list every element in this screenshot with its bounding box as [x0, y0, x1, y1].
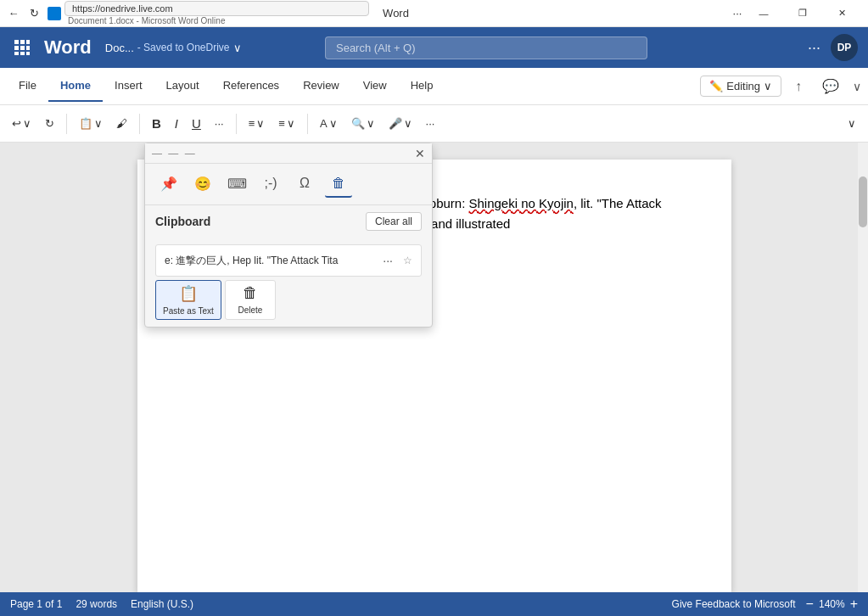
ribbon-tabs: File Home Insert Layout References Revie… [0, 68, 868, 105]
font-color-button[interactable]: A∨ [315, 114, 343, 133]
tab-references[interactable]: References [211, 70, 291, 102]
clipboard-item-star-button[interactable]: ☆ [403, 255, 412, 266]
editing-button[interactable]: ✏️ Editing ∨ [700, 76, 781, 97]
comments-icon: 💬 [822, 79, 839, 93]
share-icon: ↑ [795, 79, 802, 93]
undo-chevron-icon: ∨ [23, 117, 31, 130]
expand-ribbon-button[interactable]: ∨ [853, 80, 861, 93]
clipboard-button[interactable]: 📋∨ [74, 114, 108, 133]
svg-rect-1 [20, 40, 25, 44]
find-icon: 🔍 [351, 117, 365, 130]
zoom-out-button[interactable]: − [806, 596, 814, 612]
app-header: Word Doc... - Saved to OneDrive ∨ ··· DP [0, 27, 868, 68]
titlebar-more-button[interactable]: ··· [731, 7, 744, 20]
restore-button[interactable]: ❐ [783, 0, 822, 27]
pencil-icon: ✏️ [709, 80, 723, 92]
tab-review[interactable]: Review [291, 70, 351, 102]
dictate-button[interactable]: 🎤∨ [384, 114, 417, 133]
delete-label: Delete [238, 305, 262, 315]
tab-home[interactable]: Home [48, 70, 103, 102]
delete-button[interactable]: 🗑 Delete [225, 280, 276, 320]
panel-keyboard-button[interactable]: ⌨ [223, 171, 250, 198]
format-more-button[interactable]: ··· [210, 114, 229, 133]
expand-icon: ∨ [853, 80, 861, 93]
document-area: Attack on Titan (Japanese: 進撃の巨人, Hepbur… [0, 143, 868, 592]
tab-insert[interactable]: Insert [103, 70, 154, 102]
align-icon: ≡ [278, 117, 285, 130]
panel-close-button[interactable]: ✕ [415, 147, 425, 160]
url-area: https://onedrive.live.com Document 1.doc… [48, 1, 369, 25]
zoom-in-button[interactable]: + [850, 596, 858, 612]
transliteration-text: Shingeki no Kyojin [469, 196, 574, 210]
panel-content: e: 進撃の巨人, Hep lit. "The Attack Tita ··· … [145, 238, 432, 327]
feedback-label[interactable]: Give Feedback to Microsoft [672, 598, 796, 610]
italic-button[interactable]: I [170, 113, 183, 134]
toolbar-expand-button[interactable]: ∨ [843, 114, 861, 133]
panel-emoticon-button[interactable]: ;-) [257, 171, 284, 198]
dictate-chevron-icon: ∨ [404, 117, 412, 130]
doc-title-area: Doc... - Saved to OneDrive ∨ [105, 42, 242, 54]
page-label: Page 1 of 1 [10, 598, 62, 610]
svg-rect-5 [26, 46, 30, 50]
language-label: English (U.S.) [131, 598, 193, 610]
scrollbar[interactable] [858, 143, 868, 592]
clipboard-item-more-button[interactable]: ··· [379, 252, 396, 269]
panel-symbols-button[interactable]: Ω [291, 171, 318, 198]
ribbon-right-actions: ✏️ Editing ∨ ↑ 💬 ∨ [700, 75, 861, 98]
header-actions: ··· DP [804, 34, 858, 61]
waffle-icon[interactable] [10, 36, 34, 59]
panel-trash-button[interactable]: 🗑 [325, 171, 352, 198]
minimize-button[interactable]: — [744, 0, 783, 27]
comments-button[interactable]: 💬 [815, 75, 846, 98]
saved-label: - Saved to OneDrive [137, 42, 230, 53]
format-painter-button[interactable]: 🖌 [111, 114, 132, 133]
redo-button[interactable]: ↻ [40, 114, 59, 133]
panel-drag-handle[interactable]: — — — ✕ [145, 143, 432, 164]
svg-rect-4 [20, 46, 25, 50]
svg-rect-3 [14, 46, 19, 50]
words-label: 29 words [76, 598, 117, 610]
font-color-icon: A [320, 117, 328, 130]
underline-button[interactable]: U [187, 113, 206, 134]
toolbar-more-button[interactable]: ··· [421, 114, 440, 133]
toolbar-separator-1 [66, 114, 67, 134]
clipboard-panel: — — — ✕ 📌 😊 ⌨ ;-) Ω 🗑 Clipboard Clear al… [144, 143, 433, 328]
align-button[interactable]: ≡∨ [273, 114, 300, 133]
header-more-button[interactable]: ··· [804, 36, 824, 60]
saved-chevron-icon[interactable]: ∨ [233, 42, 242, 54]
search-input[interactable] [325, 36, 647, 59]
svg-rect-2 [26, 40, 30, 44]
undo-button[interactable]: ↩∨ [7, 114, 36, 133]
share-button[interactable]: ↑ [788, 76, 809, 98]
tab-file[interactable]: File [7, 70, 48, 102]
editing-label: Editing [726, 80, 760, 92]
tab-layout[interactable]: Layout [154, 70, 211, 102]
delete-icon: 🗑 [243, 284, 258, 302]
bold-button[interactable]: B [147, 113, 166, 134]
close-button[interactable]: ✕ [822, 0, 861, 27]
clipboard-item: e: 進撃の巨人, Hep lit. "The Attack Tita ··· … [155, 244, 422, 277]
doc-title-label[interactable]: Doc... [105, 42, 134, 54]
panel-icon-row: 📌 😊 ⌨ ;-) Ω 🗑 [145, 164, 432, 205]
url-box[interactable]: https://onedrive.live.com [64, 1, 369, 16]
editing-chevron-icon: ∨ [764, 80, 772, 92]
zoom-controls: − 140% + [806, 596, 858, 612]
find-button[interactable]: 🔍∨ [346, 114, 380, 133]
panel-pin-button[interactable]: 📌 [155, 171, 182, 198]
toolbar-separator-3 [236, 114, 237, 134]
clear-all-button[interactable]: Clear all [366, 212, 422, 231]
list-icon: ≡ [249, 117, 255, 130]
panel-emoji-button[interactable]: 😊 [189, 171, 216, 198]
doc-info-label: Document 1.docx - Microsoft Word Online [64, 16, 369, 25]
list-button[interactable]: ≡∨ [244, 114, 271, 133]
user-avatar[interactable]: DP [831, 34, 858, 61]
tab-view[interactable]: View [351, 70, 399, 102]
search-bar [325, 36, 647, 59]
paste-as-text-button[interactable]: 📋 Paste as Text [155, 280, 221, 320]
back-button[interactable]: ← [7, 7, 20, 20]
refresh-button[interactable]: ↻ [27, 7, 41, 20]
tab-help[interactable]: Help [399, 70, 445, 102]
scroll-thumb[interactable] [859, 176, 867, 227]
toolbar-separator-4 [307, 114, 308, 134]
format-painter-icon: 🖌 [116, 117, 127, 130]
